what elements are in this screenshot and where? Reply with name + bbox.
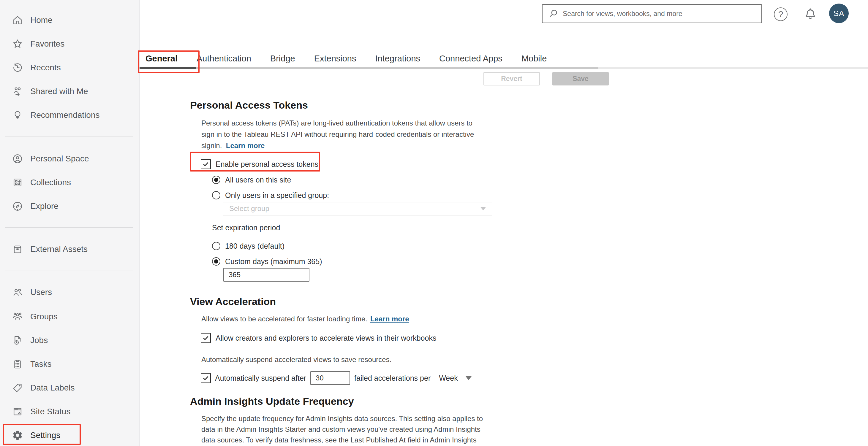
select-group-placeholder: Select group xyxy=(229,204,480,213)
failed-accelerations-input[interactable] xyxy=(310,371,350,385)
sidebar-item-shared-with-me[interactable]: Shared with Me xyxy=(0,79,139,103)
toolbar-divider xyxy=(140,89,868,89)
view-acceleration-title: View Acceleration xyxy=(190,296,276,307)
sidebar-item-label: Users xyxy=(30,287,52,297)
suspend-period-dropdown[interactable]: Week xyxy=(439,374,458,382)
sidebar-item-label: Groups xyxy=(30,312,58,321)
sidebar-divider xyxy=(5,137,133,137)
va-allow-checkbox[interactable] xyxy=(201,333,211,343)
expiration-180-radio[interactable] xyxy=(212,242,220,250)
expiration-custom-radio[interactable] xyxy=(212,257,220,266)
sidebar-divider xyxy=(5,271,133,271)
revert-button[interactable]: Revert xyxy=(484,72,540,85)
pat-description-line1: Personal access tokens (PATs) are long-l… xyxy=(202,117,474,129)
tableau-settings-page: Home Favorites Recents Shared with Me Re… xyxy=(0,0,868,446)
chevron-down-icon[interactable] xyxy=(466,376,471,380)
specified-group-label: Only users in a specified group: xyxy=(225,191,329,200)
admin-description-line3: data sources. To verify data freshness, … xyxy=(202,435,483,445)
expiration-custom-row: Custom days (maximum 365) xyxy=(212,254,322,268)
history-clock-icon xyxy=(12,62,23,73)
sidebar-item-jobs[interactable]: Jobs xyxy=(0,329,139,352)
checkmark-icon xyxy=(202,160,210,168)
global-search[interactable] xyxy=(542,4,762,23)
bell-icon xyxy=(803,6,817,23)
groups-icon xyxy=(12,311,23,322)
tab-authentication[interactable]: Authentication xyxy=(196,54,251,64)
va-suspend-row: Automatically suspend after failed accel… xyxy=(201,371,471,385)
notifications-button[interactable] xyxy=(803,6,817,23)
va-suspend-intro: Automatically suspend accelerated views … xyxy=(202,355,392,364)
sidebar-item-label: Settings xyxy=(30,431,60,440)
pat-section-title: Personal Access Tokens xyxy=(190,99,308,111)
help-button[interactable]: ? xyxy=(774,7,787,21)
sidebar-item-label: Shared with Me xyxy=(30,87,88,96)
va-allow-label: Allow creators and explorers to accelera… xyxy=(216,334,436,342)
sidebar-item-label: Recommendations xyxy=(30,110,99,120)
sidebar-item-site-status[interactable]: Site Status xyxy=(0,400,139,423)
all-users-radio[interactable] xyxy=(212,176,220,184)
va-suspend-intro-row: Automatically suspend accelerated views … xyxy=(202,353,392,367)
sidebar-item-label: External Assets xyxy=(30,244,88,254)
sidebar-divider xyxy=(5,227,133,228)
tab-integrations[interactable]: Integrations xyxy=(375,54,421,64)
tab-mobile[interactable]: Mobile xyxy=(522,54,547,64)
sidebar-item-explore[interactable]: Explore xyxy=(0,194,139,218)
collections-grid-icon xyxy=(12,177,23,188)
sidebar-item-users[interactable]: Users xyxy=(0,280,139,304)
sidebar-item-groups[interactable]: Groups xyxy=(0,305,139,329)
specified-group-radio[interactable] xyxy=(212,191,220,199)
sidebar-item-label: Data Labels xyxy=(30,383,74,392)
search-input[interactable] xyxy=(563,10,762,18)
tab-underline-mid xyxy=(140,67,598,69)
tab-extensions[interactable]: Extensions xyxy=(314,54,356,64)
sidebar-item-home[interactable]: Home xyxy=(0,8,139,32)
tasks-clipboard-icon xyxy=(12,358,23,370)
va-allow-row: Allow creators and explorers to accelera… xyxy=(201,331,436,345)
sidebar-item-label: Collections xyxy=(30,178,71,187)
admin-description-line2: data in the Admin Insights Starter and c… xyxy=(202,424,483,435)
va-suspend-checkbox[interactable] xyxy=(201,373,211,383)
star-icon xyxy=(12,38,23,49)
va-intro-row: Allow views to be accelerated for faster… xyxy=(202,312,409,326)
sidebar-item-label: Jobs xyxy=(30,336,48,345)
active-tab-underline xyxy=(140,67,196,69)
enable-pat-label: Enable personal access tokens xyxy=(216,160,318,169)
enable-pat-checkbox[interactable] xyxy=(201,159,211,169)
users-icon xyxy=(12,287,23,298)
expiration-180-label: 180 days (default) xyxy=(225,242,284,250)
sidebar-item-tasks[interactable]: Tasks xyxy=(0,352,139,376)
search-icon xyxy=(549,9,559,19)
sidebar-item-label: Recents xyxy=(30,63,61,72)
shared-with-me-icon xyxy=(12,86,23,97)
sidebar-item-recommendations[interactable]: Recommendations xyxy=(0,103,139,127)
tab-bridge[interactable]: Bridge xyxy=(270,54,295,64)
pat-learn-more-link[interactable]: Learn more xyxy=(226,142,265,149)
enable-pat-row: Enable personal access tokens xyxy=(201,157,318,171)
select-group-dropdown[interactable]: Select group xyxy=(223,202,492,215)
sidebar-item-label: Explore xyxy=(30,202,59,211)
save-button[interactable]: Save xyxy=(552,72,609,85)
expiration-default-row: 180 days (default) xyxy=(212,239,284,253)
avatar[interactable]: SA xyxy=(829,4,849,23)
custom-days-input[interactable] xyxy=(223,268,309,282)
sidebar-item-recents[interactable]: Recents xyxy=(0,56,139,79)
pat-specified-group-row: Only users in a specified group: xyxy=(212,188,329,202)
sidebar-item-favorites[interactable]: Favorites xyxy=(0,32,139,56)
sidebar-item-data-labels[interactable]: Data Labels xyxy=(0,376,139,400)
sidebar-item-personal-space[interactable]: Personal Space xyxy=(0,147,139,171)
avatar-initials: SA xyxy=(834,9,844,18)
sidebar-item-settings[interactable]: Settings xyxy=(0,423,139,446)
settings-tab-bar: General Authentication Bridge Extensions… xyxy=(146,50,547,67)
all-users-label: All users on this site xyxy=(225,176,291,184)
admin-insights-title: Admin Insights Update Frequency xyxy=(190,396,354,407)
tab-connected-apps[interactable]: Connected Apps xyxy=(439,54,502,64)
va-learn-more-link[interactable]: Learn more xyxy=(370,315,409,323)
checkmark-icon xyxy=(202,334,210,342)
tab-general[interactable]: General xyxy=(146,54,178,64)
sidebar: Home Favorites Recents Shared with Me Re… xyxy=(0,0,140,446)
question-mark-icon: ? xyxy=(778,9,783,19)
sidebar-item-external-assets[interactable]: External Assets xyxy=(0,237,139,261)
va-suspend-suffix: failed accelerations per xyxy=(354,374,431,382)
expiration-label: Set expiration period xyxy=(212,224,280,232)
sidebar-item-collections[interactable]: Collections xyxy=(0,171,139,194)
